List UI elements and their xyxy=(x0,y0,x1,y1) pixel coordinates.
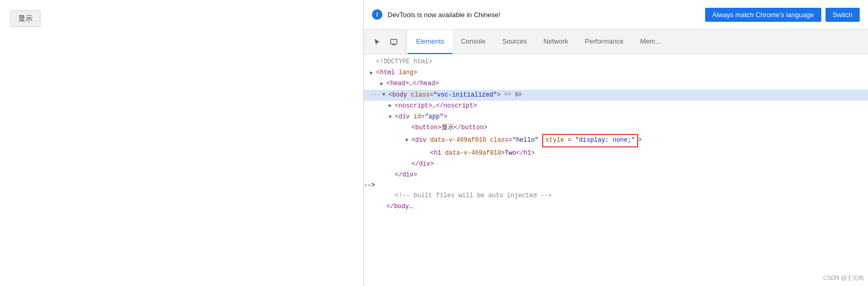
dom-area[interactable]: <!DOCTYPE html> ▶ <html lang > ▶ <head> … xyxy=(364,55,868,286)
device-icon[interactable] xyxy=(387,35,401,49)
devtools-panel: i DevTools is now available in Chinese! … xyxy=(363,0,868,286)
dom-line-close-app: </div> xyxy=(364,170,868,181)
style-highlight: style = "display: none;" xyxy=(542,134,638,147)
dom-line-div-hello: ▼ <div data-v-469af010 class = "hello " … xyxy=(364,133,868,147)
info-icon: i xyxy=(372,9,382,20)
dom-line-comment: <!-- built files will be auto injected -… xyxy=(364,190,868,201)
tab-console[interactable]: Console xyxy=(452,30,494,54)
tabs-bar: Elements Console Sources Network Perform… xyxy=(364,30,868,55)
notification-bar: i DevTools is now available in Chinese! … xyxy=(364,0,868,30)
always-match-button[interactable]: Always match Chrome's language xyxy=(705,8,821,22)
cursor-icon[interactable] xyxy=(370,35,384,49)
tab-network[interactable]: Network xyxy=(535,30,577,54)
dom-line-body[interactable]: ··· ▼ <body class = "vsc-initialized" > … xyxy=(364,90,868,101)
csdn-watermark: CSDN @王元肉 xyxy=(823,274,864,282)
tab-sources[interactable]: Sources xyxy=(494,30,535,54)
dom-line-button: <button> 显示 </button> xyxy=(364,122,868,133)
dom-line-body-end: </body … xyxy=(364,201,868,212)
tab-memory[interactable]: Mem… xyxy=(632,30,670,54)
page-area: 显示 xyxy=(0,0,363,286)
dom-line-head: ▶ <head> … </head> xyxy=(364,78,868,89)
dom-line-html: ▶ <html lang > xyxy=(364,67,868,78)
show-button[interactable]: 显示 xyxy=(10,10,40,27)
tab-icons-group xyxy=(366,30,406,54)
notification-message: DevTools is now available in Chinese! xyxy=(388,11,501,19)
dom-line-close-inner: </div> xyxy=(364,159,868,170)
tab-elements[interactable]: Elements xyxy=(408,30,452,54)
dom-line-div-app: ▼ <div id = "app" > xyxy=(364,112,868,122)
dom-line-doctype: <!DOCTYPE html> xyxy=(364,57,868,67)
dom-line-h1: <h1 data-v-469af010 > Two </h1> xyxy=(364,148,868,159)
dom-line-noscript: ▶ <noscript> … </noscript> xyxy=(364,101,868,112)
notification-actions: Always match Chrome's language Switch xyxy=(705,8,860,22)
tabs-list: Elements Console Sources Network Perform… xyxy=(408,30,670,54)
svg-rect-1 xyxy=(392,44,395,45)
svg-rect-0 xyxy=(391,39,397,44)
dots-indicator: ··· xyxy=(370,90,380,100)
tab-performance[interactable]: Performance xyxy=(576,30,631,54)
switch-button[interactable]: Switch xyxy=(825,8,860,22)
